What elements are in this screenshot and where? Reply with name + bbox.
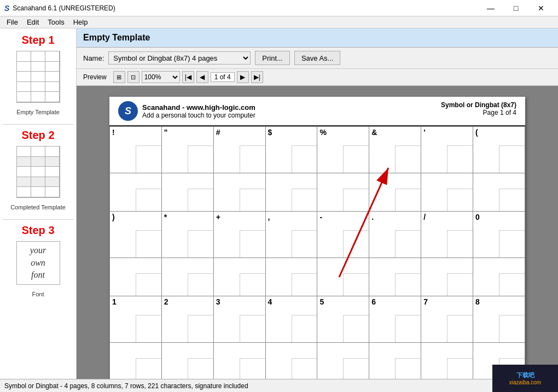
preview-area[interactable]: S Scanahand - www.high-logic.com Add a p…	[77, 86, 558, 379]
toolbar: Name: Symbol or Dingbat (8x7) 4 pages Pr…	[77, 48, 558, 69]
char-label: ,	[268, 213, 270, 221]
fit-page-button[interactable]: ⊡	[127, 71, 140, 83]
char-cell-empty	[265, 343, 317, 379]
menu-edit[interactable]: Edit	[22, 17, 43, 27]
titlebar-controls: — □ ✕	[478, 0, 554, 16]
char-label: !	[112, 128, 115, 137]
name-dropdown[interactable]: Symbol or Dingbat (8x7) 4 pages	[108, 51, 251, 65]
menu-file[interactable]: File	[2, 17, 22, 27]
fit-width-button[interactable]: ⊞	[113, 71, 125, 83]
char-cell-empty	[473, 258, 525, 296]
char-cell: 2	[161, 296, 213, 343]
char-label: "	[164, 128, 168, 137]
char-label: '	[423, 128, 425, 137]
header-tagline: Add a personal touch to your computer	[142, 112, 255, 119]
char-cell: .	[369, 212, 421, 258]
zoom-select[interactable]: 50% 75% 100% 125% 150%	[142, 71, 180, 83]
status-text: Symbol or Dingbat - 4 pages, 8 columns, …	[4, 382, 248, 390]
char-cell-empty	[161, 173, 213, 212]
char-cell-empty	[213, 173, 265, 212]
page-header-right: Symbol or Dingbat (8x7) Page 1 of 4	[441, 101, 516, 116]
content-area: Empty Template Name: Symbol or Dingbat (…	[77, 28, 558, 379]
char-label: 0	[475, 213, 480, 221]
step2-label: Step 2	[3, 129, 73, 142]
step1-label: Step 1	[3, 34, 73, 46]
char-cell-empty	[213, 258, 265, 296]
char-cell-empty	[317, 258, 369, 296]
name-label: Name:	[83, 54, 104, 62]
char-cell: -	[317, 212, 369, 258]
char-cell: /	[421, 212, 473, 258]
page-header: S Scanahand - www.high-logic.com Add a p…	[109, 97, 525, 126]
char-label: %	[319, 128, 326, 137]
char-label: 5	[319, 297, 324, 306]
char-label: 2	[164, 297, 168, 306]
char-label: 8	[475, 297, 480, 306]
char-cell: +	[213, 212, 265, 258]
close-button[interactable]: ✕	[528, 0, 554, 16]
char-label: 4	[268, 297, 272, 306]
char-label: (	[475, 128, 478, 137]
char-label: 1	[112, 297, 117, 306]
saveas-button[interactable]: Save As...	[294, 51, 341, 65]
char-cell: !	[110, 127, 162, 173]
header-site: Scanahand - www.high-logic.com	[142, 103, 255, 112]
char-cell: #	[213, 127, 265, 173]
step3-line1: your	[30, 244, 46, 256]
char-label: #	[216, 128, 220, 137]
page-indicator: 1 of 4	[211, 72, 235, 82]
table-empty-row	[110, 258, 525, 296]
prev-page-button[interactable]: ◀	[196, 71, 208, 83]
first-page-button[interactable]: |◀	[182, 71, 194, 83]
char-label: 6	[371, 297, 376, 306]
char-cell: ,	[265, 212, 317, 258]
char-cell: 5	[317, 296, 369, 343]
step-divider-1	[3, 124, 73, 125]
char-cell-empty	[369, 173, 421, 212]
char-cell: )	[110, 212, 162, 258]
char-cell: *	[161, 212, 213, 258]
preview-label: Preview	[83, 73, 107, 81]
preview-toolbar: Preview ⊞ ⊡ 50% 75% 100% 125% 150% |◀ ◀ …	[77, 69, 558, 86]
page-content: S Scanahand - www.high-logic.com Add a p…	[109, 97, 525, 379]
app-icon: S	[4, 4, 9, 13]
char-cell: 1	[110, 296, 162, 343]
char-cell-empty	[421, 258, 473, 296]
char-cell-empty	[110, 258, 162, 296]
preview-scrollable: S Scanahand - www.high-logic.com Add a p…	[77, 86, 558, 379]
char-cell-empty	[369, 343, 421, 379]
char-cell-empty	[110, 173, 162, 212]
titlebar-left: S Scanahand 6.1 (UNREGISTERED)	[4, 4, 115, 13]
step3-line2: own	[31, 257, 45, 269]
char-cell: 6	[369, 296, 421, 343]
char-cell: %	[317, 127, 369, 173]
next-page-button[interactable]: ▶	[237, 71, 249, 83]
char-cell: 7	[421, 296, 473, 343]
step1-thumbnail[interactable]	[16, 51, 60, 103]
table-row: !"#$%&'(	[110, 127, 525, 173]
maximize-button[interactable]: □	[503, 0, 528, 16]
char-label: 3	[216, 297, 220, 306]
watermark-line2: xiazaiba.com	[509, 379, 541, 385]
table-row: 12345678	[110, 296, 525, 343]
char-label: /	[423, 213, 426, 221]
panel-title: Empty Template	[83, 33, 150, 42]
menu-tools[interactable]: Tools	[43, 17, 68, 27]
last-page-button[interactable]: ▶|	[251, 71, 263, 83]
step3-thumbnail[interactable]: your own font	[16, 241, 60, 285]
step2-thumbnail[interactable]	[16, 146, 60, 198]
char-cell-empty	[317, 173, 369, 212]
print-button[interactable]: Print...	[255, 51, 290, 65]
char-cell-empty	[265, 173, 317, 212]
step3-caption: Font	[32, 291, 44, 297]
menu-help[interactable]: Help	[69, 17, 92, 27]
char-cell-empty	[213, 343, 265, 379]
panel-header: Empty Template	[77, 28, 558, 48]
page-header-text: Scanahand - www.high-logic.com Add a per…	[142, 103, 255, 119]
char-cell-empty	[473, 173, 525, 212]
menubar: File Edit Tools Help	[0, 16, 558, 28]
char-label: *	[164, 213, 167, 221]
minimize-button[interactable]: —	[478, 0, 503, 16]
char-label: .	[371, 213, 374, 221]
sidebar: Step 1 Empty Template Step 2 Completed	[0, 28, 77, 379]
